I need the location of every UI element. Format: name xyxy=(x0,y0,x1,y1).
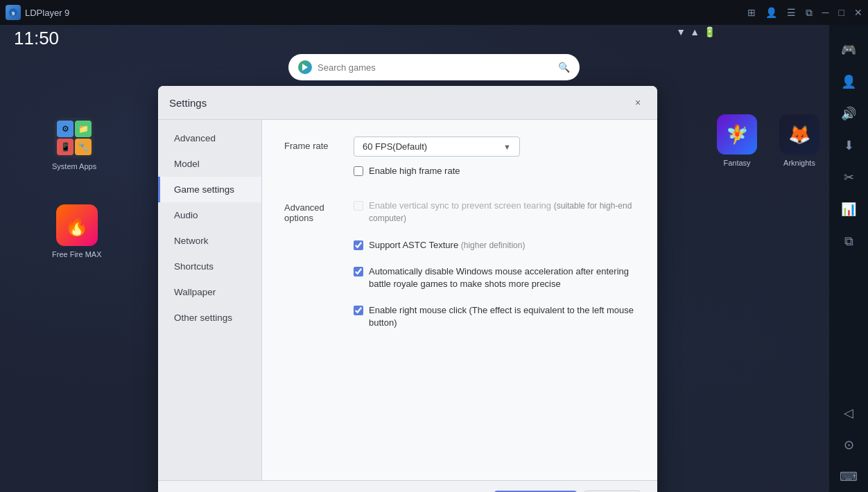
modal-header: Settings × xyxy=(158,86,657,120)
free-fire-label: Free Fire MAX xyxy=(52,250,102,258)
free-fire-emoji: 🔥 xyxy=(64,214,89,237)
fps-dropdown-value: 60 FPS(Default) xyxy=(363,141,427,152)
sidebar-circle-btn[interactable]: ⊙ xyxy=(833,430,864,460)
sidebar-keyboard-btn[interactable]: ⌨ xyxy=(833,462,864,492)
right-app-1-icon: 🧚 xyxy=(717,114,757,155)
top-bar-left: 9 LDPlayer 9 xyxy=(6,5,69,20)
astc-texture-sublabel: (higher definition) xyxy=(461,240,526,250)
maximize-icon[interactable]: □ xyxy=(839,7,844,18)
arknights-label: Arknights xyxy=(783,159,815,167)
app-title: LDPlayer 9 xyxy=(25,8,69,18)
frame-rate-row: Frame rate 60 FPS(Default) ▼ Enable high… xyxy=(284,137,635,183)
advanced-options-row: Advanced options Enable vertical sync to… xyxy=(284,200,635,335)
modal-footer: Save settings Cancel xyxy=(158,480,657,492)
signal-icon: ▲ xyxy=(690,26,700,37)
close-icon[interactable]: ✕ xyxy=(854,7,862,18)
system-apps-label: System Apps xyxy=(52,162,96,170)
nav-advanced[interactable]: Advanced xyxy=(158,125,261,151)
apps-cell: 📱 xyxy=(57,139,73,155)
astc-texture-text: Support ASTC Texture xyxy=(369,240,458,250)
top-bar: 9 LDPlayer 9 ⊞ 👤 ☰ ⧉ ─ □ ✕ xyxy=(0,0,868,25)
modal-title: Settings xyxy=(169,97,207,109)
vertical-sync-text: Enable vertical sync to prevent screen t… xyxy=(369,200,551,211)
sidebar-volume-btn[interactable]: 🔊 xyxy=(833,98,864,129)
vertical-sync-label: Enable vertical sync to prevent screen t… xyxy=(369,200,635,225)
dropdown-arrow-icon: ▼ xyxy=(503,143,511,151)
settings-cell: ⚙ xyxy=(57,121,73,137)
modal-content: Frame rate 60 FPS(Default) ▼ Enable high… xyxy=(262,120,657,480)
minimize-icon[interactable]: ─ xyxy=(822,7,829,18)
wifi-icon: ▼ xyxy=(676,26,686,37)
nav-model[interactable]: Model xyxy=(158,151,261,177)
frame-rate-label: Frame rate xyxy=(284,137,354,151)
nav-network[interactable]: Network xyxy=(158,228,261,254)
sidebar-expand-btn[interactable]: ◁ xyxy=(833,398,864,428)
search-bar[interactable]: 🔍 xyxy=(288,54,580,80)
menu-icon[interactable]: ☰ xyxy=(787,7,796,18)
clock: 11:50 xyxy=(14,28,59,49)
fps-dropdown[interactable]: 60 FPS(Default) ▼ xyxy=(354,137,520,157)
right-sidebar: 🎮 👤 🔊 ⬇ ✂ 📊 ⧉ ◁ ⊙ ⌨ xyxy=(829,0,868,492)
astc-texture-row: Support ASTC Texture (higher definition) xyxy=(354,239,635,252)
system-apps-icon[interactable]: ⚙ 📁 📱 🔧 System Apps xyxy=(52,118,96,170)
astc-texture-label: Support ASTC Texture (higher definition) xyxy=(369,239,525,252)
vertical-sync-row: Enable vertical sync to prevent screen t… xyxy=(354,200,635,225)
status-bar: ▼ ▲ 🔋 xyxy=(676,26,715,37)
frame-rate-controls: 60 FPS(Default) ▼ Enable high frame rate xyxy=(354,137,635,183)
modal-body: Advanced Model Game settings Audio Netwo… xyxy=(158,120,657,480)
high-frame-rate-row: Enable high frame rate xyxy=(354,165,635,177)
modal-close-button[interactable]: × xyxy=(630,94,646,111)
user-icon[interactable]: 👤 xyxy=(765,7,777,18)
nav-wallpaper[interactable]: Wallpaper xyxy=(158,279,261,305)
app-logo: 9 xyxy=(6,5,21,20)
mouse-acceleration-checkbox[interactable] xyxy=(354,267,363,276)
nav-game-settings[interactable]: Game settings xyxy=(158,177,261,202)
vertical-sync-checkbox[interactable] xyxy=(354,201,363,211)
sidebar-download-btn[interactable]: ⬇ xyxy=(833,130,864,161)
settings-modal: Settings × Advanced Model Game settings … xyxy=(158,86,657,492)
sidebar-gamepad-btn[interactable]: 🎮 xyxy=(833,35,864,65)
system-apps-icon-box: ⚙ 📁 📱 🔧 xyxy=(54,118,94,158)
modal-sidebar: Advanced Model Game settings Audio Netwo… xyxy=(158,120,262,480)
sidebar-scissors-btn[interactable]: ✂ xyxy=(833,162,864,193)
sidebar-copy-btn[interactable]: ⧉ xyxy=(833,226,864,256)
mouse-acceleration-row: Automatically disable Windows mouse acce… xyxy=(354,265,635,290)
mouse-acceleration-label: Automatically disable Windows mouse acce… xyxy=(369,265,635,290)
arknights-icon-box: 🦊 xyxy=(779,114,819,155)
svg-marker-2 xyxy=(302,64,308,71)
battery-icon: 🔋 xyxy=(704,26,715,37)
play-store-logo xyxy=(298,60,312,74)
gamepad-icon[interactable]: ⊞ xyxy=(747,7,756,18)
nav-shortcuts[interactable]: Shortcuts xyxy=(158,254,261,279)
right-app-1-label: Fantasy xyxy=(723,159,750,167)
search-icon: 🔍 xyxy=(558,62,570,73)
top-bar-right: ⊞ 👤 ☰ ⧉ ─ □ ✕ xyxy=(747,7,862,19)
nav-audio[interactable]: Audio xyxy=(158,202,261,228)
advanced-options-label: Advanced options xyxy=(284,200,354,223)
right-mouse-click-checkbox[interactable] xyxy=(354,306,363,315)
sidebar-user-btn[interactable]: 👤 xyxy=(833,67,864,97)
advanced-options-controls: Enable vertical sync to prevent screen t… xyxy=(354,200,635,335)
resize-icon[interactable]: ⧉ xyxy=(806,7,813,19)
sidebar-chart-btn[interactable]: 📊 xyxy=(833,194,864,225)
svg-text:9: 9 xyxy=(12,10,15,17)
files-cell: 📁 xyxy=(75,121,92,137)
free-fire-max-icon[interactable]: 🔥 Free Fire MAX xyxy=(52,204,102,258)
search-input[interactable] xyxy=(318,62,553,73)
tools-cell: 🔧 xyxy=(75,139,92,155)
right-mouse-click-row: Enable right mouse click (The effect is … xyxy=(354,304,635,329)
right-app-1[interactable]: 🧚 Fantasy xyxy=(717,114,757,167)
astc-texture-checkbox[interactable] xyxy=(354,240,363,250)
nav-other-settings[interactable]: Other settings xyxy=(158,305,261,331)
high-frame-rate-checkbox[interactable] xyxy=(354,166,363,176)
arknights-icon[interactable]: 🦊 Arknights xyxy=(779,114,819,167)
free-fire-icon-box: 🔥 xyxy=(56,204,98,246)
high-frame-rate-label: Enable high frame rate xyxy=(369,165,460,177)
right-mouse-click-label: Enable right mouse click (The effect is … xyxy=(369,304,635,329)
